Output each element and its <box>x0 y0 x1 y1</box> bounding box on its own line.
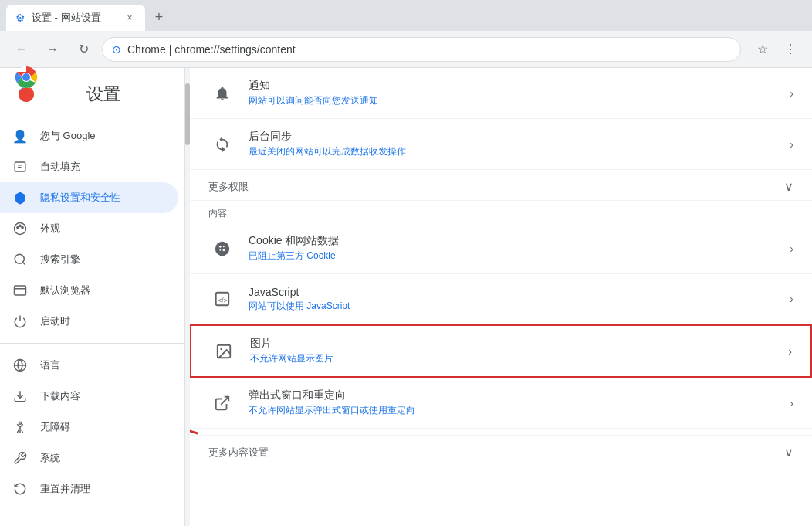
sidebar-header: 设置 <box>0 74 184 120</box>
svg-point-11 <box>19 225 21 226</box>
power-icon <box>12 314 28 329</box>
chrome-logo-icon <box>12 68 40 91</box>
notification-arrow-icon: › <box>790 87 793 100</box>
notification-text: 通知 网站可以询问能否向您发送通知 <box>249 79 790 107</box>
sidebar-item-startup[interactable]: 启动时 <box>0 306 178 337</box>
sidebar-item-startup-label: 启动时 <box>40 314 70 328</box>
sidebar-item-reset[interactable]: 重置并清理 <box>0 473 178 504</box>
sidebar-item-search-label: 搜索引擎 <box>40 253 80 266</box>
cookie-icon <box>208 235 236 263</box>
images-subtitle: 不允许网站显示图片 <box>250 352 788 365</box>
javascript-text: JavaScript 网站可以使用 JavaScript <box>249 286 790 313</box>
popup-text: 弹出式窗口和重定向 不允许网站显示弹出式窗口或使用重定向 <box>249 389 790 417</box>
sidebar-divider-2 <box>0 511 184 511</box>
popup-subtitle: 不允许网站显示弹出式窗口或使用重定向 <box>249 404 790 417</box>
reset-icon <box>12 481 28 497</box>
popup-item[interactable]: 弹出式窗口和重定向 不允许网站显示弹出式窗口或使用重定向 › <box>190 378 812 429</box>
javascript-icon: </> <box>208 285 236 313</box>
sidebar-item-accessibility-label: 无障碍 <box>40 420 70 434</box>
sidebar-item-google[interactable]: 👤 您与 Google <box>0 120 178 151</box>
content-label: 内容 <box>208 207 227 220</box>
javascript-subtitle: 网站可以使用 JavaScript <box>249 300 790 313</box>
javascript-title: JavaScript <box>249 286 790 298</box>
forward-button[interactable]: → <box>40 37 65 62</box>
wrench-icon <box>12 450 28 466</box>
popup-arrow-icon: › <box>790 397 793 409</box>
browser-frame: ⚙ 设置 - 网站设置 × + ← → ↻ ⊙ Chrome | chrome:… <box>0 0 812 526</box>
svg-point-20 <box>19 422 22 424</box>
svg-point-24 <box>222 249 225 251</box>
notification-icon <box>208 80 236 107</box>
toolbar: ← → ↻ ⊙ Chrome | chrome://settings/conte… <box>0 31 812 68</box>
more-permissions-label: 更多权限 <box>208 180 249 194</box>
background-sync-item[interactable]: 后台同步 最近关闭的网站可以完成数据收发操作 › <box>190 119 812 170</box>
autofill-icon <box>12 159 28 175</box>
image-icon <box>210 338 238 365</box>
svg-point-5 <box>22 73 30 81</box>
palette-icon <box>12 221 28 236</box>
sidebar-item-autofill[interactable]: 自动填充 <box>0 151 178 182</box>
app-body: 设置 👤 您与 Google 自动填充 隐私设置和安全性 <box>0 68 812 526</box>
address-bar[interactable]: ⊙ Chrome | chrome://settings/content <box>102 37 741 62</box>
sidebar-item-google-label: 您与 Google <box>40 129 96 143</box>
svg-point-23 <box>219 245 222 247</box>
cookie-arrow-icon: › <box>790 243 793 255</box>
sidebar-item-appearance-label: 外观 <box>40 222 60 236</box>
svg-point-10 <box>17 226 19 228</box>
sidebar-item-privacy-label: 隐私设置和安全性 <box>40 191 120 205</box>
more-permissions-chevron-icon: ∨ <box>784 179 793 194</box>
javascript-item[interactable]: </> JavaScript 网站可以使用 JavaScript › <box>190 274 812 324</box>
sidebar-item-reset-label: 重置并清理 <box>40 482 90 496</box>
accessibility-icon <box>12 419 28 435</box>
search-icon <box>12 252 28 267</box>
images-item[interactable]: 图片 不允许网站显示图片 › <box>190 324 812 378</box>
svg-point-25 <box>219 249 221 250</box>
tab-title: 设置 - 网站设置 <box>32 11 101 25</box>
notification-item[interactable]: 通知 网站可以询问能否向您发送通知 › <box>190 68 812 119</box>
sidebar-item-download-label: 下载内容 <box>40 389 80 403</box>
more-button[interactable]: ⋮ <box>778 37 803 62</box>
bookmark-button[interactable]: ☆ <box>750 37 775 62</box>
sidebar-item-extensions[interactable]: 扩展程序 ↗ ↗ <box>0 518 178 526</box>
sidebar-item-language-label: 语言 <box>40 358 60 372</box>
sidebar-item-search[interactable]: 搜索引擎 <box>0 244 178 275</box>
more-content-header[interactable]: 更多内容设置 ∨ <box>190 435 812 466</box>
sidebar-item-privacy[interactable]: 隐私设置和安全性 <box>0 182 178 213</box>
svg-rect-15 <box>15 286 26 295</box>
more-content-chevron-icon: ∨ <box>784 445 793 460</box>
background-sync-text: 后台同步 最近关闭的网站可以完成数据收发操作 <box>249 130 790 158</box>
cookie-item[interactable]: Cookie 和网站数据 已阻止第三方 Cookie › <box>190 223 812 274</box>
tab-close-btn[interactable]: × <box>123 12 136 24</box>
sidebar-divider <box>0 343 184 344</box>
sidebar-item-system-label: 系统 <box>40 451 60 465</box>
refresh-button[interactable]: ↻ <box>71 37 96 62</box>
svg-point-30 <box>220 348 222 350</box>
svg-text:</>: </> <box>218 297 228 304</box>
sidebar-item-language[interactable]: 语言 <box>0 350 178 381</box>
sidebar-item-default-browser[interactable]: 默认浏览器 <box>0 275 178 306</box>
sidebar-item-appearance[interactable]: 外观 <box>0 213 178 244</box>
browser-icon <box>12 283 28 298</box>
svg-point-13 <box>15 254 24 263</box>
popup-icon <box>208 389 236 417</box>
sidebar-item-system[interactable]: 系统 <box>0 443 178 473</box>
active-tab[interactable]: ⚙ 设置 - 网站设置 × <box>6 5 145 31</box>
images-arrow-icon: › <box>788 345 792 358</box>
annotation-arrow <box>190 395 205 443</box>
cookie-title: Cookie 和网站数据 <box>249 234 790 248</box>
more-permissions-header[interactable]: 更多权限 ∨ <box>190 170 812 200</box>
language-icon <box>12 358 28 373</box>
more-content-label: 更多内容设置 <box>208 446 269 460</box>
svg-point-22 <box>215 241 229 255</box>
sidebar-item-autofill-label: 自动填充 <box>40 160 80 174</box>
sidebar-item-accessibility[interactable]: 无障碍 <box>0 412 178 443</box>
tab-settings-icon: ⚙ <box>15 12 25 24</box>
download-icon <box>12 389 28 404</box>
sidebar-item-download[interactable]: 下载内容 <box>0 381 178 412</box>
javascript-arrow-icon: › <box>790 293 793 305</box>
back-button[interactable]: ← <box>9 37 34 62</box>
notification-title: 通知 <box>249 79 790 93</box>
svg-line-14 <box>22 262 25 264</box>
address-icon: ⊙ <box>112 43 121 56</box>
new-tab-button[interactable]: + <box>148 6 170 28</box>
